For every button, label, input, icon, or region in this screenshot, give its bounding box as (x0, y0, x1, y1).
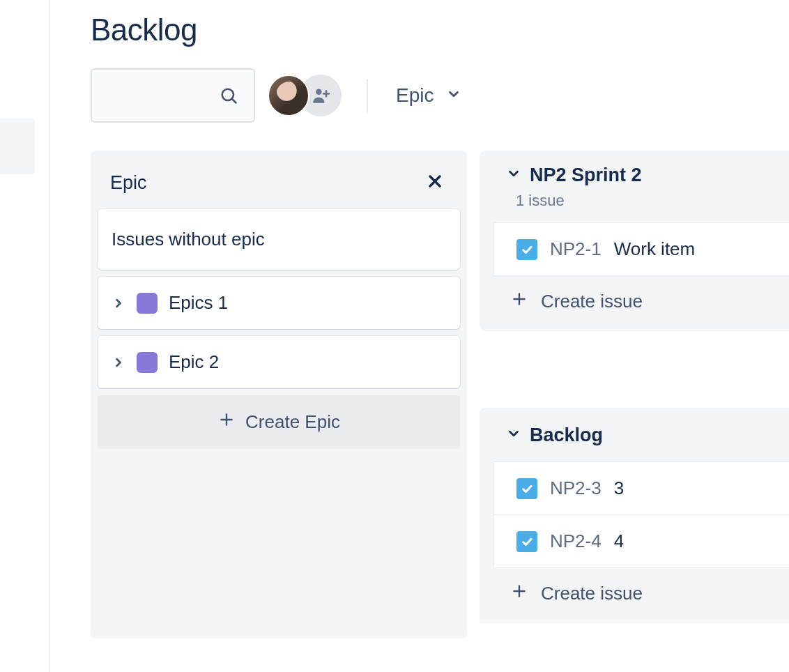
epic-item[interactable]: Epics 1 (98, 277, 460, 329)
search-input[interactable] (91, 68, 255, 123)
plus-icon (217, 411, 236, 434)
user-avatar[interactable] (268, 75, 309, 116)
issues-without-epic-label: Issues without epic (112, 229, 265, 250)
sidebar-collapsed-item[interactable] (0, 119, 35, 174)
chevron-right-icon (112, 356, 125, 369)
toolbar: Epic (91, 68, 789, 123)
epic-panel: Epic Issues without epic Epics 1 (91, 151, 467, 639)
svg-point-2 (316, 89, 322, 95)
epic-item[interactable]: Epic 2 (98, 336, 460, 388)
toolbar-separator (367, 79, 368, 112)
chevron-down-icon (506, 425, 521, 446)
issue-row[interactable]: NP2-3 3 (493, 461, 789, 515)
epic-filter-dropdown[interactable]: Epic (388, 79, 470, 112)
create-issue-label: Create issue (541, 291, 643, 312)
create-epic-button[interactable]: Create Epic (98, 395, 460, 449)
backlog-header[interactable]: Backlog (480, 425, 789, 446)
avatar-stack (268, 75, 342, 116)
create-issue-button[interactable]: Create issue (480, 568, 789, 616)
create-issue-label: Create issue (541, 583, 643, 604)
plus-icon (510, 582, 528, 605)
issue-title: 4 (614, 530, 624, 552)
sprint-header[interactable]: NP2 Sprint 2 (480, 165, 789, 186)
epic-name: Epic 2 (169, 351, 219, 373)
issue-title: Work item (614, 238, 696, 260)
issue-row[interactable]: NP2-4 4 (493, 515, 789, 568)
epic-panel-title: Epic (110, 172, 147, 194)
task-icon (516, 478, 537, 499)
task-icon (516, 531, 537, 552)
issues-without-epic[interactable]: Issues without epic (98, 209, 460, 270)
sprint-name: NP2 Sprint 2 (530, 165, 642, 186)
plus-icon (510, 290, 528, 313)
epic-name: Epics 1 (169, 292, 228, 314)
epic-color-swatch (137, 293, 158, 314)
backlog-section: Backlog NP2-3 3 NP2-4 4 (480, 408, 789, 623)
close-epic-panel-button[interactable] (422, 169, 447, 197)
sidebar-divider (49, 0, 50, 672)
issue-key: NP2-3 (550, 478, 602, 499)
chevron-down-icon (506, 165, 521, 186)
chevron-right-icon (112, 296, 125, 310)
page-title: Backlog (91, 13, 789, 47)
backlog-name: Backlog (530, 425, 603, 446)
sprint-section: NP2 Sprint 2 1 issue NP2-1 Work item Cre… (480, 151, 789, 331)
search-icon (219, 86, 238, 105)
issue-title: 3 (614, 478, 624, 499)
create-epic-label: Create Epic (245, 411, 340, 433)
epic-filter-label: Epic (396, 84, 434, 107)
epic-color-swatch (137, 352, 158, 373)
create-issue-button[interactable]: Create issue (480, 276, 789, 324)
task-icon (516, 239, 537, 260)
close-icon (425, 181, 445, 193)
chevron-down-icon (446, 84, 461, 107)
svg-line-1 (232, 99, 236, 103)
issue-row[interactable]: NP2-1 Work item (493, 222, 789, 276)
issue-key: NP2-4 (550, 530, 602, 552)
sprint-issue-count: 1 issue (480, 192, 789, 210)
issue-key: NP2-1 (550, 238, 602, 260)
